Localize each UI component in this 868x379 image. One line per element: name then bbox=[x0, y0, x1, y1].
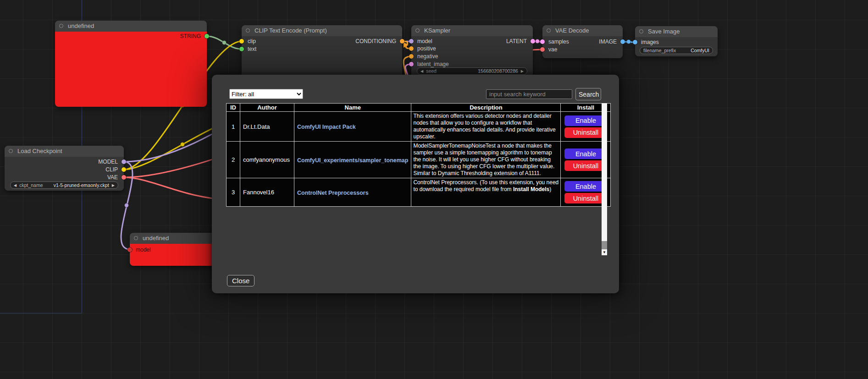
slot-label: model bbox=[417, 38, 432, 44]
input-dot-positive[interactable] bbox=[409, 46, 414, 51]
slot-label: clip bbox=[248, 38, 256, 44]
scrollbar-thumb[interactable] bbox=[602, 103, 607, 241]
seed-decrement-icon[interactable]: ◀ bbox=[420, 69, 423, 73]
slot-label: MODEL bbox=[98, 159, 118, 165]
wire-string bbox=[207, 36, 242, 49]
slot-label: vae bbox=[548, 46, 557, 53]
input-dot-clip[interactable] bbox=[239, 39, 244, 44]
collapse-dot-icon[interactable] bbox=[246, 28, 250, 33]
collapse-dot-icon[interactable] bbox=[59, 24, 63, 28]
widget-value[interactable]: 156680208700286 bbox=[478, 68, 518, 74]
input-dot-text[interactable] bbox=[239, 47, 244, 51]
node-save-image[interactable]: Save Image images filename_prefix ComfyU… bbox=[635, 26, 718, 56]
link-midpoint-dot bbox=[536, 39, 540, 44]
enable-button[interactable]: Enable bbox=[564, 115, 607, 126]
node-title-bar[interactable]: CLIP Text Encode (Prompt) bbox=[242, 25, 402, 36]
seed-increment-icon[interactable]: ▶ bbox=[521, 69, 524, 73]
collapse-dot-icon[interactable] bbox=[547, 28, 551, 33]
input-slot-images: images bbox=[635, 38, 659, 46]
node-title-bar[interactable]: undefined bbox=[55, 21, 207, 32]
output-slot-image: IMAGE bbox=[599, 38, 623, 45]
search-button[interactable]: Search bbox=[575, 88, 601, 100]
node-body bbox=[55, 32, 207, 107]
output-dot-conditioning[interactable] bbox=[400, 39, 404, 44]
row-id: 3 bbox=[227, 178, 240, 207]
uninstall-button[interactable]: Uninstall bbox=[564, 160, 607, 171]
enable-button[interactable]: Enable bbox=[564, 148, 607, 159]
table-header-row: ID Author Name Description Install bbox=[227, 104, 611, 112]
link-midpoint-dot bbox=[222, 41, 227, 45]
scrollbar-down-arrow-icon[interactable]: ▼ bbox=[602, 249, 607, 255]
collapse-dot-icon[interactable] bbox=[9, 149, 13, 153]
ckpt-increment-icon[interactable]: ▶ bbox=[112, 183, 115, 187]
slot-label: IMAGE bbox=[599, 38, 617, 45]
close-button[interactable]: Close bbox=[227, 275, 254, 286]
filename-prefix-widget[interactable]: filename_prefix ComfyUI bbox=[640, 47, 713, 54]
output-dot-latent[interactable] bbox=[531, 39, 535, 44]
node-title-bar[interactable]: Load Checkpoint bbox=[5, 146, 124, 157]
widget-label: ckpt_name bbox=[19, 182, 43, 188]
collapse-dot-icon[interactable] bbox=[415, 28, 420, 33]
collapse-dot-icon[interactable] bbox=[134, 236, 138, 240]
input-dot-samples[interactable] bbox=[540, 39, 545, 44]
input-dot-negative[interactable] bbox=[409, 54, 414, 59]
input-dot-images[interactable] bbox=[633, 40, 637, 44]
row-description: ModelSamplerTonemapNoiseTest a node that… bbox=[411, 142, 561, 178]
slot-label: CONDITIONING bbox=[355, 38, 396, 44]
extension-link[interactable]: ComfyUI Impact Pack bbox=[297, 124, 356, 130]
output-dot-image[interactable] bbox=[620, 39, 625, 44]
row-author: comfyanonymous bbox=[240, 142, 294, 178]
ckpt-name-widget[interactable]: ◀ ckpt_name v1-5-pruned-emaonly.ckpt ▶ bbox=[10, 181, 118, 189]
output-dot-model[interactable] bbox=[122, 159, 126, 164]
ckpt-decrement-icon[interactable]: ◀ bbox=[14, 183, 17, 187]
enable-button[interactable]: Enable bbox=[564, 181, 607, 192]
seed-widget[interactable]: ◀ seed 156680208700286 ▶ bbox=[417, 67, 527, 75]
header-id: ID bbox=[227, 104, 240, 112]
input-dot-latent-image[interactable] bbox=[409, 62, 414, 66]
extension-link[interactable]: ControlNet Preprocessors bbox=[297, 190, 369, 196]
widget-value[interactable]: v1-5-pruned-emaonly.ckpt bbox=[54, 182, 109, 188]
slot-label: images bbox=[641, 39, 659, 45]
link-midpoint-dot bbox=[125, 203, 129, 208]
node-title: VAE Decode bbox=[555, 27, 589, 34]
input-slot-positive: positive bbox=[411, 45, 436, 52]
extension-row: 2 comfyanonymous ComfyUI_experiments/sam… bbox=[227, 142, 611, 178]
output-dot-vae[interactable] bbox=[122, 175, 126, 180]
row-description: This extension offers various detector n… bbox=[411, 112, 561, 142]
input-slot-samples: samples bbox=[542, 38, 569, 45]
input-slot-text: text bbox=[242, 45, 256, 53]
widget-value[interactable]: ComfyUI bbox=[691, 48, 709, 53]
uninstall-button[interactable]: Uninstall bbox=[564, 193, 607, 203]
node-title-bar[interactable]: KSampler bbox=[411, 25, 533, 36]
slot-label: samples bbox=[548, 38, 569, 45]
input-slot-latent-image: latent_image bbox=[411, 60, 449, 68]
row-id: 1 bbox=[227, 112, 240, 142]
output-dot-clip[interactable] bbox=[122, 167, 126, 172]
uninstall-button[interactable]: Uninstall bbox=[564, 127, 607, 138]
header-description: Description bbox=[411, 104, 561, 112]
node-vae-decode[interactable]: VAE Decode samples vae IMAGE bbox=[542, 25, 623, 58]
node-title-bar[interactable]: VAE Decode bbox=[542, 25, 623, 36]
collapse-dot-icon[interactable] bbox=[639, 29, 643, 33]
slot-label: latent_image bbox=[417, 61, 449, 67]
extensions-table: ID Author Name Description Install 1 Dr.… bbox=[226, 103, 611, 207]
node-ksampler[interactable]: KSampler model positive negative latent_… bbox=[411, 25, 533, 82]
filter-select[interactable]: Filter: all bbox=[229, 89, 303, 99]
node-title-bar[interactable]: Save Image bbox=[635, 26, 718, 37]
node-load-checkpoint[interactable]: Load Checkpoint MODEL CLIP VAE ◀ ckpt_na… bbox=[5, 146, 124, 191]
slot-label: text bbox=[248, 46, 256, 52]
row-author: Fannovel16 bbox=[240, 178, 294, 207]
slot-label: negative bbox=[417, 53, 438, 60]
output-dot-string[interactable] bbox=[205, 34, 209, 38]
input-dot-vae[interactable] bbox=[540, 47, 545, 52]
extension-link[interactable]: ComfyUI_experiments/sampler_tonemap bbox=[297, 157, 408, 164]
input-dot-model[interactable] bbox=[127, 247, 132, 252]
table-scrollbar[interactable]: ▼ bbox=[602, 103, 607, 255]
input-dot-model[interactable] bbox=[409, 39, 414, 44]
node-title: CLIP Text Encode (Prompt) bbox=[254, 27, 327, 34]
slot-label: positive bbox=[417, 45, 436, 52]
output-slot-conditioning: CONDITIONING bbox=[355, 38, 402, 45]
node-undefined-top[interactable]: undefined STRING bbox=[55, 21, 207, 107]
input-slot-clip: clip bbox=[242, 38, 256, 45]
search-input[interactable] bbox=[486, 89, 572, 99]
